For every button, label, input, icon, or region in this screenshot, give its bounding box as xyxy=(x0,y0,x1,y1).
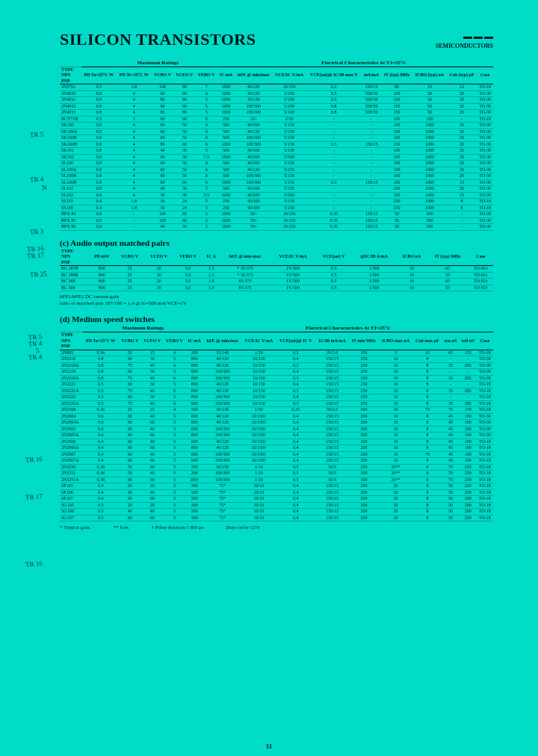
table-cell: 10 xyxy=(379,356,412,363)
table-cell: 100 xyxy=(152,217,173,224)
table-cell: 285 xyxy=(459,375,476,382)
handwritten-annotation: TR 5 xyxy=(30,130,44,138)
table-cell: 250 xyxy=(349,464,379,471)
table-cell: 5.0 xyxy=(173,285,202,291)
table-cell: SF106 xyxy=(60,489,83,496)
table-cell: TO-18 xyxy=(477,515,493,521)
table-cell: 10 xyxy=(412,350,442,356)
table-cell: 6 xyxy=(412,464,442,471)
table-cell: - xyxy=(306,135,362,142)
table-cell: SK100A xyxy=(60,128,81,135)
table-cell: 1000 xyxy=(412,199,447,205)
column-header: VCEO V xyxy=(173,66,195,84)
table-cell: 10 xyxy=(379,375,412,382)
main-transistor-table: Maximum Ratings Electrical Characteristi… xyxy=(60,60,493,231)
table-cell: 40/120 xyxy=(203,382,241,388)
table-cell: 10/150 xyxy=(241,382,276,388)
table-cell: 50 xyxy=(173,135,195,142)
table-cell: 200 xyxy=(349,413,379,420)
table-cell: 0.5 xyxy=(276,477,316,483)
table-cell: 30/130 xyxy=(203,407,241,414)
table-cell: 2N2368 xyxy=(60,407,83,414)
table-cell: 0.5 xyxy=(315,266,352,273)
table-cell: 4 xyxy=(117,141,152,148)
handwritten-annotation: TR 16 xyxy=(25,455,43,464)
table-cell: 100/300 xyxy=(203,458,241,465)
table-cell: SL101 xyxy=(60,186,81,193)
table-cell: 4 xyxy=(117,161,152,167)
table-cell: - xyxy=(362,116,381,123)
table-cell: 10/150 xyxy=(272,84,306,91)
table-cell: 0.4 xyxy=(83,439,119,445)
table-cell: 0.4 xyxy=(276,356,316,363)
table-cell: 5 xyxy=(164,394,186,401)
table-cell: 50 xyxy=(442,515,460,521)
table-cell: 0.3 xyxy=(276,362,316,369)
table-cell: 20 xyxy=(141,502,164,509)
table-cell: TO-18 xyxy=(477,451,493,458)
table-cell: - xyxy=(306,173,362,180)
table-cell: 50 xyxy=(412,97,447,104)
table-cell: TO-92† xyxy=(469,266,493,273)
table-cell: 100 xyxy=(459,458,476,465)
table-cell: 10/150 xyxy=(241,400,276,407)
table-row: 2N2219A0.875406800100/30010/1500.3150/15… xyxy=(60,375,493,382)
table-cell: 0.8 xyxy=(81,211,117,218)
column-header: VCBO V xyxy=(152,66,173,84)
table-cell: 60 xyxy=(119,439,141,445)
table-cell: TO-18 xyxy=(477,84,493,91)
table-cell: TO-18 xyxy=(477,116,493,123)
table-cell: 10/150 xyxy=(241,369,276,376)
table-cell: 80 xyxy=(152,110,173,117)
table-cell: 500 xyxy=(217,186,235,193)
column-header: PD Ta=25°C W xyxy=(83,332,119,350)
table-cell: 5 xyxy=(164,471,186,477)
svg-rect-2 xyxy=(484,37,493,39)
table-cell: 100/300 xyxy=(235,135,272,142)
table-cell: 500 xyxy=(217,128,235,135)
table-cell: 500 xyxy=(412,211,447,218)
table-cell: 250 xyxy=(459,477,476,483)
table-cell: 5/100 xyxy=(272,103,306,110)
table-cell: 8 xyxy=(412,356,442,363)
table-cell: 20** xyxy=(379,477,412,483)
table-cell: 60 xyxy=(119,382,141,388)
table-row: BC 36880025205.01.085-3751V/5000.51/5001… xyxy=(60,279,493,285)
table-cell: - xyxy=(306,186,362,193)
table-cell: 0.8 xyxy=(83,362,119,369)
table-cell: 50 xyxy=(381,217,412,224)
table-cell: 30 xyxy=(152,192,173,199)
table-cell: 45 xyxy=(442,413,460,420)
table-cell: *8 xyxy=(412,451,442,458)
table-cell: 40 xyxy=(141,388,164,394)
table-row: 2N22210.56030580040/12010/1500.4150/1525… xyxy=(60,382,493,388)
table-cell: 60 xyxy=(119,433,141,439)
column-header: VCEO V xyxy=(141,332,164,350)
column-header: Case xyxy=(469,249,493,266)
table-cell: 80 xyxy=(152,179,173,186)
column-header: TYPENPNPNP xyxy=(60,66,81,84)
table-cell: 50 xyxy=(412,110,447,117)
table-cell: 150/15 xyxy=(315,369,349,376)
column-header: hFE @ min/max xyxy=(203,332,241,350)
table-cell: 0.2 xyxy=(276,350,316,356)
table-cell: 0.25 xyxy=(276,407,316,414)
column-header: VCE/IC V/mA xyxy=(241,332,276,350)
table-cell: 300 xyxy=(349,471,379,477)
table-cell: 2N2906 xyxy=(60,439,83,445)
table-cell: 0.4 xyxy=(83,458,119,465)
table-cell: 0.8 xyxy=(81,135,117,142)
table-cell: SL100H xyxy=(60,179,81,186)
table-cell: 60 xyxy=(152,167,173,173)
table-cell: 0.4 xyxy=(276,458,316,465)
table-cell: 60 xyxy=(173,90,195,97)
table-cell: 0.8 xyxy=(81,97,117,104)
table-cell: 500 xyxy=(185,509,203,515)
table-cell: 20 xyxy=(447,161,477,167)
table-cell: TO-39 xyxy=(477,433,493,439)
svg-rect-0 xyxy=(463,37,472,39)
table-cell: SK100H xyxy=(60,141,81,148)
handwritten-annotation: TR 16 xyxy=(25,560,43,568)
table-cell: 100 xyxy=(459,439,476,445)
table-cell: 0.3 xyxy=(276,400,316,407)
